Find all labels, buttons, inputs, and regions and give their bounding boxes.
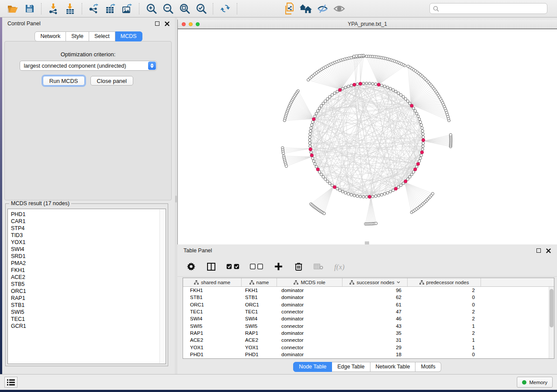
column-header-shared-name[interactable]: shared name (183, 278, 242, 286)
criterion-dropdown[interactable]: largest connected component (undirected) (20, 61, 157, 71)
table-mode-gear-icon[interactable] (185, 261, 197, 272)
cell-successor-nodes: 62 (343, 295, 408, 300)
close-panel-button[interactable]: Close panel (90, 76, 134, 86)
search-box[interactable] (429, 3, 547, 14)
shared-column-icon (249, 280, 254, 285)
mcds-result-item[interactable]: TEC1 (11, 316, 166, 323)
delete-columns-icon[interactable] (293, 261, 304, 272)
tab-node-table[interactable]: Node Table (293, 362, 332, 372)
table-row[interactable]: PHD1PHD1dominator180 (183, 351, 549, 358)
shared-column-icon (194, 280, 199, 285)
mcds-result-item[interactable]: YOX1 (11, 239, 166, 246)
node-table: shared namenameMCDS rolesuccessor nodesp… (183, 278, 554, 359)
tab-network[interactable]: Network (35, 31, 66, 41)
run-mcds-button[interactable]: Run MCDS (43, 76, 85, 86)
column-header-mcds-role[interactable]: MCDS role (277, 278, 343, 286)
dropdown-stepper-icon (148, 62, 156, 70)
mcds-result-item[interactable]: SRD1 (11, 253, 166, 260)
mcds-result-item[interactable]: STP4 (11, 225, 166, 232)
mcds-result-item[interactable]: ORC1 (11, 288, 166, 295)
minimize-window-icon[interactable] (189, 22, 193, 26)
mcds-result-item[interactable]: CAR1 (11, 218, 166, 225)
cell-name: RAP1 (242, 330, 277, 336)
hide-graphics-details-icon[interactable] (316, 3, 329, 15)
cell-mcds-role: dominator (277, 295, 343, 300)
float-panel-icon[interactable] (155, 21, 159, 26)
close-panel-icon[interactable] (165, 21, 170, 26)
table-row[interactable]: YOX1YOX1connector291 (183, 344, 549, 351)
zoom-fit-icon[interactable] (178, 3, 191, 15)
control-panel-title: Control Panel (7, 21, 41, 27)
network-canvas[interactable] (178, 29, 557, 244)
tab-edge-table[interactable]: Edge Table (332, 362, 370, 372)
table-row[interactable]: STB1STB1dominator620 (183, 294, 549, 301)
cell-mcds-role: dominator (277, 352, 343, 357)
cell-successor-nodes: 43 (343, 323, 408, 329)
network-window-titlebar[interactable]: YPA_prune.txt_1 (178, 20, 557, 29)
export-table-icon[interactable] (104, 3, 117, 15)
zoom-in-icon[interactable] (145, 3, 158, 15)
maximize-window-icon[interactable] (196, 22, 200, 26)
home-icon[interactable] (299, 3, 312, 15)
splitter-grip[interactable] (175, 196, 177, 203)
mcds-result-item[interactable]: FKH1 (11, 267, 166, 274)
column-header-predecessor-nodes[interactable]: predecessor nodes (408, 278, 481, 286)
apply-layout-icon[interactable] (218, 3, 232, 15)
column-header-name[interactable]: name (242, 278, 277, 286)
open-file-icon[interactable] (6, 3, 19, 15)
table-row[interactable]: FKH1FKH1dominator962 (183, 287, 549, 294)
import-table-icon[interactable] (63, 3, 76, 15)
mcds-list-scrollbar[interactable] (159, 210, 165, 363)
show-columns-icon[interactable] (205, 261, 217, 272)
table-row[interactable]: SWI4SWI4dominator462 (183, 315, 549, 322)
mcds-result-item[interactable]: SWI4 (11, 246, 166, 253)
mcds-result-list[interactable]: PHD1CAR1STP4TID3YOX1SWI4SRD1PMA2FKH1ACE2… (7, 209, 166, 364)
deselect-all-rows-icon[interactable] (249, 261, 264, 272)
task-history-button[interactable] (4, 377, 17, 388)
import-network-icon[interactable] (47, 3, 60, 15)
mcds-result-item[interactable]: RAP1 (11, 295, 166, 302)
network-hscroll-thumb[interactable] (365, 241, 369, 244)
save-session-icon[interactable] (23, 3, 36, 15)
tab-network-table[interactable]: Network Table (370, 362, 416, 372)
mcds-result-item[interactable]: TID3 (11, 232, 166, 239)
select-all-rows-icon[interactable] (225, 261, 240, 272)
float-table-panel-icon[interactable] (536, 248, 541, 253)
control-panel: Control Panel NetworkStyleSelectMCDS Opt… (2, 17, 175, 374)
mcds-result-item[interactable]: SWI5 (11, 309, 166, 316)
table-row[interactable]: ORC1ORC1dominator610 (183, 301, 549, 308)
network-from-selection-icon[interactable] (283, 3, 296, 15)
close-table-panel-icon[interactable] (546, 248, 551, 253)
export-image-icon[interactable] (121, 3, 134, 15)
tab-style[interactable]: Style (66, 31, 89, 41)
tab-select[interactable]: Select (89, 31, 115, 41)
mcds-result-item[interactable]: ACE2 (11, 274, 166, 281)
export-network-icon[interactable] (87, 3, 100, 15)
table-row[interactable]: SWI5SWI5connector431 (183, 322, 549, 329)
table-row[interactable]: RAP1RAP1dominator352 (183, 330, 549, 337)
zoom-selected-icon[interactable] (194, 3, 208, 15)
mcds-result-item[interactable]: GCR1 (11, 323, 166, 330)
mcds-result-item[interactable]: STB1 (11, 302, 166, 309)
memory-button[interactable]: Memory (517, 377, 553, 388)
table-scrollbar-thumb[interactable] (550, 289, 554, 327)
mcds-result-item[interactable]: STB5 (11, 281, 166, 288)
table-row[interactable]: TEC1TEC1connector472 (183, 308, 549, 315)
tab-mcds[interactable]: MCDS (115, 31, 142, 41)
tab-motifs[interactable]: Motifs (415, 362, 441, 372)
column-header-label: shared name (201, 280, 230, 285)
table-row[interactable]: ACE2ACE2connector311 (183, 337, 549, 344)
mcds-result-item[interactable]: PMA2 (11, 260, 166, 267)
table-toolbar: f(x) (177, 257, 557, 277)
svg-text:f(x): f(x) (334, 263, 345, 271)
column-header-successor-nodes[interactable]: successor nodes (343, 278, 408, 286)
search-input[interactable] (441, 6, 544, 12)
column-header-label: successor nodes (356, 280, 394, 285)
zoom-out-icon[interactable] (161, 3, 174, 15)
create-column-icon[interactable] (273, 261, 284, 272)
mcds-result-item[interactable]: PHD1 (11, 211, 166, 218)
close-window-icon[interactable] (182, 22, 186, 26)
cell-mcds-role: connector (277, 345, 343, 350)
cell-shared-name: SWI4 (183, 316, 242, 321)
table-scrollbar[interactable] (549, 287, 554, 358)
